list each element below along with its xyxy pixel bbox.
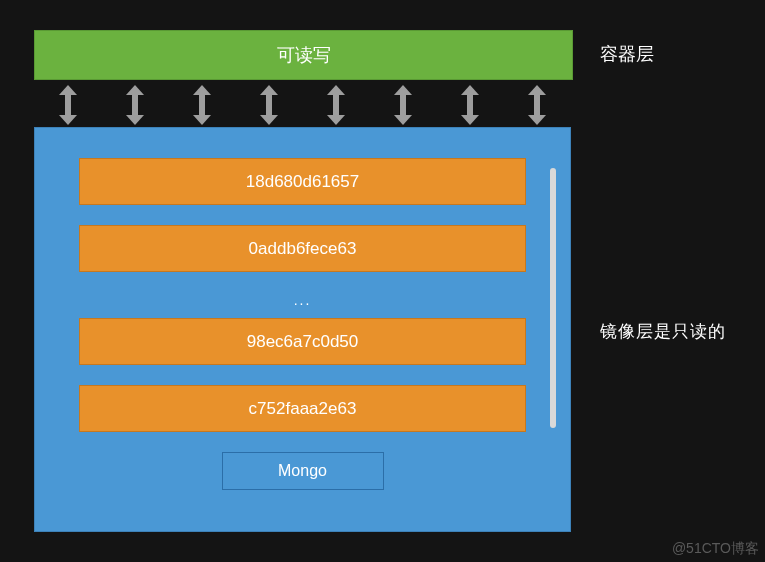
double-arrow-icon [126,85,144,125]
double-arrow-icon [461,85,479,125]
layers-ellipsis: ... [79,292,526,308]
bidirectional-arrows-row [34,82,571,127]
image-layer-id: c752faaa2e63 [249,399,357,419]
container-layer-label: 容器层 [600,42,654,66]
double-arrow-icon [59,85,77,125]
double-arrow-icon [193,85,211,125]
base-image-box: Mongo [222,452,384,490]
image-layer: 0addb6fece63 [79,225,526,272]
double-arrow-icon [528,85,546,125]
double-arrow-icon [260,85,278,125]
base-image-label: Mongo [278,462,327,480]
image-layer: 98ec6a7c0d50 [79,318,526,365]
image-layer: 18d680d61657 [79,158,526,205]
double-arrow-icon [394,85,412,125]
image-layer: c752faaa2e63 [79,385,526,432]
diagram-canvas: 可读写 容器层 18d680d61657 0addb6fece63 ... 98… [0,0,765,562]
image-readonly-label: 镜像层是只读的 [600,320,726,343]
scrollbar-indicator [550,168,556,428]
watermark-text: @51CTO博客 [672,540,759,558]
double-arrow-icon [327,85,345,125]
image-layer-id: 0addb6fece63 [249,239,357,259]
container-writable-title: 可读写 [277,43,331,67]
image-layers-panel: 18d680d61657 0addb6fece63 ... 98ec6a7c0d… [34,127,571,532]
image-layer-id: 18d680d61657 [246,172,359,192]
container-writable-layer: 可读写 [34,30,573,80]
image-layer-id: 98ec6a7c0d50 [247,332,359,352]
